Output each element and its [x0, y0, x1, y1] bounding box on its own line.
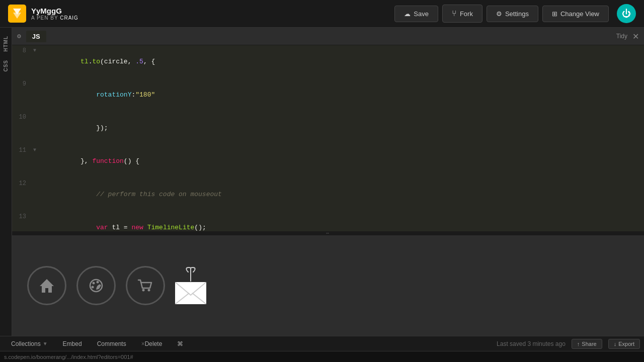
brand-text: YyMggG A PEN BY Craig [31, 7, 78, 21]
header-buttons: ☁ Save ⑂ Fork ⚙ Settings ⊞ Change View ⏻ [394, 4, 636, 23]
code-line-12: 12 // perform this code on mouseout [12, 178, 644, 211]
js-panel-tab[interactable]: JS [26, 31, 46, 42]
code-line-11: 11 ▼ }, function() { [12, 145, 644, 178]
code-line-8: 8 ▼ tl.to(circle, .5, { [12, 45, 644, 78]
drag-handle[interactable]: ⋯ [12, 231, 644, 235]
svg-point-9 [142, 289, 145, 292]
svg-point-10 [148, 289, 150, 292]
fold-arrow-8[interactable]: ▼ [33, 45, 39, 56]
side-tabs: HTML CSS [0, 28, 12, 336]
tidy-button[interactable]: Tidy [616, 33, 627, 40]
collections-tab[interactable]: Collections ▼ [4, 338, 55, 349]
fold-arrow-11[interactable]: ▼ [33, 145, 39, 156]
svg-marker-3 [40, 279, 54, 293]
preview-cart-icon[interactable] [126, 266, 165, 305]
envelope-icon [175, 282, 206, 304]
status-url: s.codepen.io/boomerang/.../index.html?ed… [4, 354, 133, 360]
pen-title: YyMggG [31, 7, 78, 15]
pen-author: A PEN BY Craig [31, 15, 78, 21]
svg-point-6 [97, 281, 99, 284]
code-line-9: 9 rotationY:"180" [12, 78, 644, 112]
css-tab[interactable]: CSS [1, 56, 11, 76]
status-bar: s.codepen.io/boomerang/.../index.html?ed… [0, 351, 644, 362]
delete-x-icon: × [141, 340, 145, 347]
brand-area: YyMggG A PEN BY Craig [8, 5, 394, 23]
monitor-icon: ⊞ [552, 10, 557, 18]
save-button[interactable]: ☁ Save [394, 6, 438, 22]
bottom-right: Last saved 3 minutes ago ↑ Share ↓ Expor… [497, 339, 640, 349]
bottom-bar: Collections ▼ Embed Comments × Delete ⌘ … [0, 336, 644, 351]
preview-mail-needle[interactable] [175, 267, 206, 304]
collections-caret: ▼ [43, 341, 48, 346]
svg-point-5 [93, 282, 95, 285]
shortcut-tab[interactable]: ⌘ [170, 338, 190, 349]
gear-icon: ⚙ [496, 10, 502, 18]
code-content: 8 ▼ tl.to(circle, .5, { 9 rotationY:"180… [12, 45, 644, 231]
code-line-10: 10 }); [12, 112, 644, 145]
share-icon: ↑ [577, 341, 580, 347]
export-icon: ↓ [614, 341, 617, 347]
svg-point-8 [92, 286, 94, 289]
preview-home-icon[interactable] [27, 266, 66, 305]
delete-tab[interactable]: × Delete [134, 338, 170, 349]
html-tab[interactable]: HTML [1, 32, 11, 56]
preview-area [12, 235, 644, 336]
close-panel-button[interactable]: ✕ [632, 32, 639, 41]
preview-content [12, 235, 644, 336]
js-panel: ⚙ JS Tidy ✕ 8 ▼ tl.to(circle, .5, { 9 ro… [12, 28, 644, 336]
editor-area: HTML CSS ⚙ JS Tidy ✕ 8 ▼ tl.to(circle, .… [0, 28, 644, 336]
embed-tab[interactable]: Embed [56, 338, 89, 349]
last-saved-text: Last saved 3 minutes ago [497, 340, 566, 347]
comments-tab[interactable]: Comments [90, 338, 133, 349]
panel-settings-icon[interactable]: ⚙ [17, 32, 21, 40]
top-header: YyMggG A PEN BY Craig ☁ Save ⑂ Fork ⚙ Se… [0, 0, 644, 28]
change-view-button[interactable]: ⊞ Change View [542, 6, 609, 22]
fork-button[interactable]: ⑂ Fork [442, 5, 482, 23]
brand-logo [8, 5, 26, 23]
code-line-13: 13 var tl = new TimelineLite(); [12, 211, 644, 231]
power-button[interactable]: ⏻ [617, 4, 636, 23]
cloud-icon: ☁ [404, 10, 411, 18]
js-panel-header: ⚙ JS Tidy ✕ [12, 28, 644, 45]
preview-palette-icon[interactable] [76, 266, 116, 305]
export-button[interactable]: ↓ Export [608, 339, 640, 349]
settings-button[interactable]: ⚙ Settings [487, 6, 538, 22]
power-icon: ⏻ [622, 9, 631, 19]
share-button[interactable]: ↑ Share [572, 339, 602, 349]
fork-icon: ⑂ [452, 9, 457, 18]
